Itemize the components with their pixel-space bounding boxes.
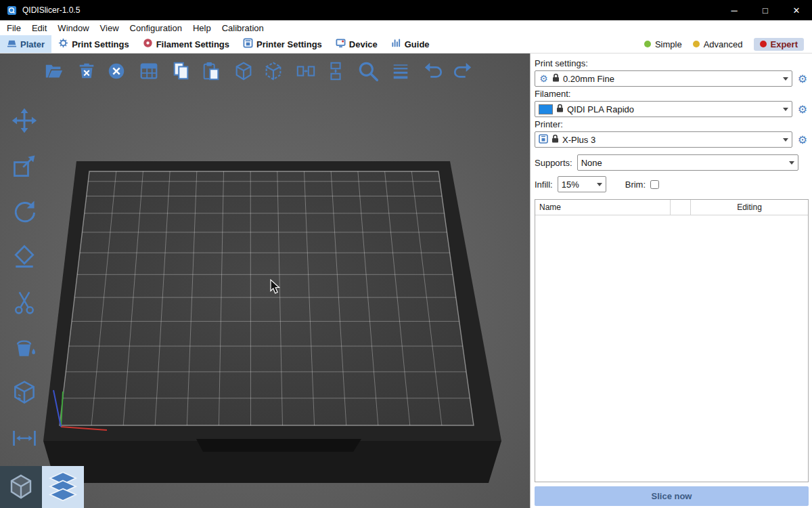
- menu-file[interactable]: File: [1, 20, 26, 35]
- tab-filament-settings[interactable]: Filament Settings: [136, 35, 236, 53]
- filament-value: QIDI PLA Rapido: [567, 104, 780, 114]
- filament-combobox[interactable]: QIDI PLA Rapido: [535, 101, 792, 117]
- menu-view[interactable]: View: [95, 20, 125, 35]
- edit-print-settings-button[interactable]: ⚙: [796, 72, 809, 85]
- delete-all-button[interactable]: [104, 59, 129, 83]
- menubar: File Edit Window View Configuration Help…: [0, 20, 812, 35]
- simple-mode-dot-icon: [644, 41, 651, 47]
- scale-tool-icon: [11, 152, 38, 179]
- chevron-down-icon: [783, 77, 788, 83]
- paste-button[interactable]: [199, 59, 223, 83]
- delete-all-icon: [106, 61, 127, 81]
- lock-icon: [552, 73, 560, 84]
- move-tool-button[interactable]: [10, 106, 39, 135]
- settings-sidebar: Print settings: ⚙ 0.20mm Fine ⚙ Filament…: [530, 54, 812, 508]
- print-settings-value: 0.20mm Fine: [563, 74, 780, 84]
- measure-tool-icon: [11, 379, 38, 406]
- tab-device[interactable]: Device: [329, 35, 384, 53]
- printer-combobox[interactable]: X-Plus 3: [535, 131, 792, 148]
- printer-settings-icon: [243, 38, 253, 50]
- guide-icon: [391, 38, 401, 50]
- undo-button[interactable]: [421, 59, 445, 83]
- spacing-tool-icon: [11, 425, 38, 452]
- object-list: Name Editing: [535, 199, 809, 482]
- split-parts-button[interactable]: [323, 59, 348, 83]
- redo-button[interactable]: [451, 59, 475, 83]
- print-settings-combobox[interactable]: ⚙ 0.20mm Fine: [535, 70, 792, 87]
- delete-button[interactable]: [74, 59, 99, 83]
- tab-print-settings[interactable]: Print Settings: [51, 35, 136, 53]
- plater-toolbar: [42, 59, 483, 83]
- mode-simple[interactable]: Simple: [644, 39, 682, 49]
- open-folder-button[interactable]: [42, 59, 66, 83]
- spacing-tool-button[interactable]: [10, 424, 39, 452]
- brim-checkbox[interactable]: [650, 180, 659, 189]
- close-button[interactable]: ✕: [781, 0, 812, 20]
- chevron-down-icon: [597, 183, 602, 189]
- split-objects-icon: [296, 61, 316, 81]
- remove-instance-button[interactable]: [261, 59, 286, 83]
- filament-color-swatch: [539, 104, 553, 114]
- column-editing: Editing: [691, 200, 808, 215]
- minimize-button[interactable]: ─: [719, 0, 750, 20]
- cut-tool-button[interactable]: [10, 288, 39, 316]
- menu-edit[interactable]: Edit: [26, 20, 52, 35]
- infill-combobox[interactable]: 15%: [558, 176, 606, 192]
- maximize-button[interactable]: □: [750, 0, 781, 20]
- tab-plater[interactable]: Plater: [0, 35, 51, 53]
- open-folder-icon: [44, 61, 64, 81]
- app-logo-icon: [7, 5, 17, 16]
- mode-expert[interactable]: Expert: [754, 38, 804, 51]
- remove-instance-icon: [263, 61, 284, 81]
- gizmo-toolbar: [7, 106, 42, 452]
- measure-tool-button[interactable]: [10, 379, 39, 407]
- editor-view-toggle[interactable]: [0, 466, 42, 508]
- advanced-mode-dot-icon: [693, 41, 700, 47]
- print-settings-icon: [58, 38, 68, 50]
- device-icon: [336, 38, 346, 50]
- add-instance-button[interactable]: [231, 59, 256, 83]
- tab-guide[interactable]: Guide: [384, 35, 436, 53]
- supports-combobox[interactable]: None: [577, 154, 798, 171]
- paint-tool-button[interactable]: [10, 333, 39, 362]
- edit-filament-button[interactable]: ⚙: [796, 102, 809, 116]
- rotate-tool-button[interactable]: [10, 197, 39, 226]
- menu-help[interactable]: Help: [187, 20, 217, 35]
- paste-icon: [201, 61, 221, 81]
- 3d-viewport[interactable]: [0, 54, 530, 508]
- variable-layer-height-button[interactable]: [388, 59, 413, 83]
- mode-switcher: Simple Advanced Expert: [644, 38, 812, 51]
- supports-label: Supports:: [535, 158, 572, 168]
- infill-value: 15%: [562, 179, 593, 190]
- 3d-scene[interactable]: [0, 54, 530, 508]
- mode-advanced[interactable]: Advanced: [693, 39, 743, 49]
- place-on-face-tool-button[interactable]: [10, 242, 39, 271]
- add-instance-icon: [233, 61, 254, 81]
- menu-window[interactable]: Window: [52, 20, 94, 35]
- menu-configuration[interactable]: Configuration: [125, 20, 187, 35]
- paint-tool-icon: [11, 334, 38, 361]
- print-settings-label: Print settings:: [535, 58, 809, 68]
- tab-printer-settings[interactable]: Printer Settings: [236, 35, 329, 53]
- edit-printer-button[interactable]: ⚙: [796, 133, 809, 146]
- undo-icon: [423, 61, 443, 81]
- slice-now-button[interactable]: Slice now: [535, 486, 809, 506]
- arrange-button[interactable]: [137, 59, 161, 83]
- split-objects-button[interactable]: [294, 59, 318, 83]
- chevron-down-icon: [783, 108, 788, 114]
- cut-tool-icon: [11, 289, 38, 316]
- titlebar: QIDISlicer-1.0.5 ─ □ ✕: [0, 0, 812, 20]
- column-extruder: [671, 200, 691, 215]
- preview-view-toggle[interactable]: [42, 466, 84, 508]
- print-profile-gear-icon: ⚙: [539, 72, 549, 85]
- copy-button[interactable]: [169, 59, 194, 83]
- search-button[interactable]: [356, 59, 380, 83]
- plater-icon: [7, 38, 17, 50]
- print-bed: [43, 161, 501, 483]
- editor-view-cube-icon: [6, 472, 36, 502]
- lock-icon: [556, 104, 564, 114]
- menu-calibration[interactable]: Calibration: [217, 20, 269, 35]
- scale-tool-button[interactable]: [10, 152, 39, 180]
- filament-label: Filament:: [535, 89, 809, 99]
- printer-label: Printer:: [535, 119, 809, 129]
